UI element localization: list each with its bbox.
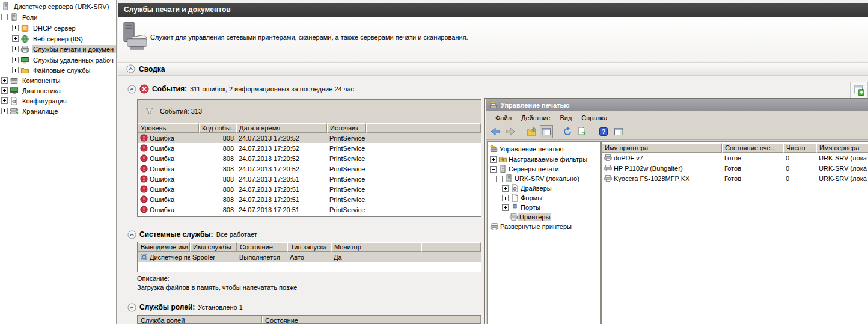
column-header-state[interactable]: Состояние bbox=[237, 242, 287, 252]
sidebar-item-configuration[interactable]: Конфигурация bbox=[0, 96, 116, 106]
column-header-role-state[interactable]: Состояние bbox=[262, 316, 481, 324]
refresh-button[interactable] bbox=[561, 125, 574, 138]
sidebar-item-label: Диспетчер сервера (URK-SRV) bbox=[13, 2, 110, 11]
tree-item-printers[interactable]: Принтеры bbox=[488, 212, 600, 222]
print-management-window[interactable]: Управление печатью Файл Действие Вид Спр… bbox=[484, 98, 868, 324]
collapse-section-icon[interactable] bbox=[126, 64, 135, 73]
configuration-icon bbox=[10, 97, 19, 105]
column-header-source[interactable]: Источник bbox=[327, 123, 366, 133]
go-to-events-button[interactable] bbox=[850, 82, 868, 99]
expand-icon[interactable] bbox=[1, 108, 8, 114]
sidebar-item-label: Веб-сервер (IIS) bbox=[32, 35, 84, 43]
menu-view[interactable]: Вид bbox=[555, 113, 576, 123]
tree-item-drivers[interactable]: Драйверы bbox=[488, 183, 600, 193]
event-row[interactable]: Ошибка 808 24.07.2013 17:20:52 PrintServ… bbox=[138, 164, 481, 174]
menu-action[interactable]: Действие bbox=[516, 113, 555, 123]
column-header-printer-name[interactable]: Имя принтера bbox=[602, 143, 722, 153]
event-row[interactable]: Ошибка 808 24.07.2013 17:20:51 PrintServ… bbox=[138, 184, 481, 194]
file-services-icon bbox=[20, 66, 29, 75]
expand-icon[interactable] bbox=[12, 25, 19, 31]
forward-button[interactable] bbox=[504, 125, 517, 138]
remote-services-icon bbox=[20, 56, 29, 64]
deployed-printers-icon bbox=[490, 222, 499, 231]
summary-section-header[interactable]: Сводка bbox=[118, 62, 868, 76]
sidebar-item-label: Роли bbox=[21, 13, 38, 22]
printer-row[interactable]: Kyocera FS-1028MFP KX Готов 0 URK-SRV (л… bbox=[602, 173, 868, 183]
column-header-monitor[interactable]: Монитор bbox=[331, 242, 421, 252]
window-title: Управление печатью bbox=[501, 102, 570, 109]
expand-icon[interactable] bbox=[502, 204, 509, 211]
sidebar-item-features[interactable]: Компоненты bbox=[0, 75, 116, 85]
filter-icon[interactable] bbox=[145, 107, 154, 115]
sidebar-item-dhcp[interactable]: DHCP-сервер bbox=[0, 23, 116, 33]
sidebar-item-label: DHCP-сервер bbox=[32, 24, 77, 32]
desktop: Диспетчер сервера (URK-SRV) Роли DHCP-се… bbox=[0, 0, 868, 324]
tree-item-deployed-printers[interactable]: Развернутые принтеры bbox=[488, 222, 600, 231]
collapse-services-icon[interactable] bbox=[127, 230, 136, 239]
expand-icon[interactable] bbox=[12, 67, 19, 73]
sidebar-item-diagnostics[interactable]: Диагностика bbox=[0, 85, 116, 96]
expand-icon[interactable] bbox=[12, 57, 19, 63]
export-list-button[interactable] bbox=[576, 125, 589, 138]
collapse-role-services-icon[interactable] bbox=[127, 303, 136, 312]
event-row[interactable]: Ошибка 808 24.07.2013 17:20:51 PrintServ… bbox=[138, 194, 481, 204]
column-header-server-name[interactable]: Имя сервера bbox=[816, 143, 868, 153]
column-header-event-code[interactable]: Код собы... bbox=[199, 123, 236, 133]
collapse-events-icon[interactable] bbox=[127, 85, 136, 94]
expand-icon[interactable] bbox=[490, 156, 497, 163]
help-button[interactable] bbox=[597, 125, 610, 138]
custom-filters-icon bbox=[498, 155, 507, 164]
event-row[interactable]: Ошибка 808 24.07.2013 17:20:51 PrintServ… bbox=[138, 174, 481, 184]
tree-item-urk-srv[interactable]: URK-SRV (локально) bbox=[488, 174, 600, 183]
sidebar-item-storage[interactable]: Хранилище bbox=[0, 106, 116, 116]
printer-row[interactable]: doPDF v7 Готов 0 URK-SRV (лока bbox=[602, 153, 868, 163]
collapse-icon[interactable] bbox=[490, 166, 497, 173]
event-row[interactable]: Ошибка 808 24.07.2013 17:20:52 PrintServ… bbox=[138, 143, 481, 153]
expand-icon[interactable] bbox=[1, 87, 8, 94]
tree-item-forms[interactable]: Формы bbox=[488, 193, 600, 203]
sidebar-item-server-manager-root[interactable]: Диспетчер сервера (URK-SRV) bbox=[0, 1, 116, 11]
column-header-jobs[interactable]: Число ... bbox=[783, 143, 816, 153]
services-table-header: Выводимое имя Имя службы Состояние Тип з… bbox=[138, 242, 481, 252]
show-action-pane-button[interactable] bbox=[612, 125, 625, 138]
column-header-datetime[interactable]: Дата и время bbox=[236, 123, 327, 133]
expand-icon[interactable] bbox=[502, 185, 509, 192]
column-header-startup-type[interactable]: Тип запуска bbox=[287, 242, 331, 252]
up-level-button[interactable] bbox=[525, 125, 538, 138]
events-panel: Событий: 313 Уровень Код собы... Дата и … bbox=[137, 99, 481, 217]
column-header-role-service[interactable]: Служба ролей bbox=[138, 316, 262, 324]
service-row[interactable]: Диспетчер печати Spooler Выполняется Авт… bbox=[138, 252, 481, 262]
sidebar-item-file-services[interactable]: Файловые службы bbox=[0, 65, 116, 75]
event-row[interactable]: Ошибка 808 24.07.2013 17:20:51 PrintServ… bbox=[138, 204, 481, 215]
expand-icon[interactable] bbox=[12, 46, 19, 52]
printer-row[interactable]: HP P1102w (Buhgalter) Готов 0 URK-SRV (л… bbox=[602, 163, 868, 173]
print-management-tree: Управление печатью Настраиваемые фильтры… bbox=[487, 141, 601, 324]
tree-item-custom-filters[interactable]: Настраиваемые фильтры bbox=[488, 154, 600, 164]
window-titlebar[interactable]: Управление печатью bbox=[486, 99, 868, 111]
tree-item-print-servers[interactable]: Серверы печати bbox=[488, 164, 600, 174]
back-button[interactable] bbox=[489, 125, 502, 138]
sidebar-item-label: Хранилище bbox=[21, 107, 59, 115]
event-row[interactable]: Ошибка 808 24.07.2013 17:20:52 PrintServ… bbox=[138, 153, 481, 164]
print-management-app-icon bbox=[489, 101, 498, 109]
sidebar-item-remote-desktop-services[interactable]: Службы удаленных рабоч bbox=[0, 55, 116, 65]
tree-item-ports[interactable]: Порты bbox=[488, 203, 600, 212]
sidebar-item-roles[interactable]: Роли bbox=[0, 12, 116, 22]
tree-item-print-management-root[interactable]: Управление печатью bbox=[488, 144, 600, 154]
collapse-icon[interactable] bbox=[496, 176, 503, 182]
show-console-tree-button[interactable] bbox=[540, 125, 553, 138]
expand-icon[interactable] bbox=[502, 195, 509, 201]
menu-help[interactable]: Справка bbox=[576, 113, 612, 123]
sidebar-item-iis[interactable]: Веб-сервер (IIS) bbox=[0, 34, 116, 44]
collapse-icon[interactable] bbox=[1, 14, 8, 20]
expand-icon[interactable] bbox=[12, 35, 19, 42]
column-header-queue-state[interactable]: Состояние оче... bbox=[722, 143, 783, 153]
menu-file[interactable]: Файл bbox=[491, 113, 516, 123]
event-row[interactable]: Ошибка 808 24.07.2013 17:20:52 PrintServ… bbox=[138, 133, 481, 143]
expand-icon[interactable] bbox=[1, 77, 8, 84]
expand-icon[interactable] bbox=[1, 97, 8, 104]
column-header-level[interactable]: Уровень bbox=[138, 123, 199, 133]
column-header-service-name[interactable]: Имя службы bbox=[190, 242, 237, 252]
column-header-display-name[interactable]: Выводимое имя bbox=[138, 242, 190, 252]
sidebar-item-print-services[interactable]: Службы печати и докумен bbox=[0, 44, 116, 54]
